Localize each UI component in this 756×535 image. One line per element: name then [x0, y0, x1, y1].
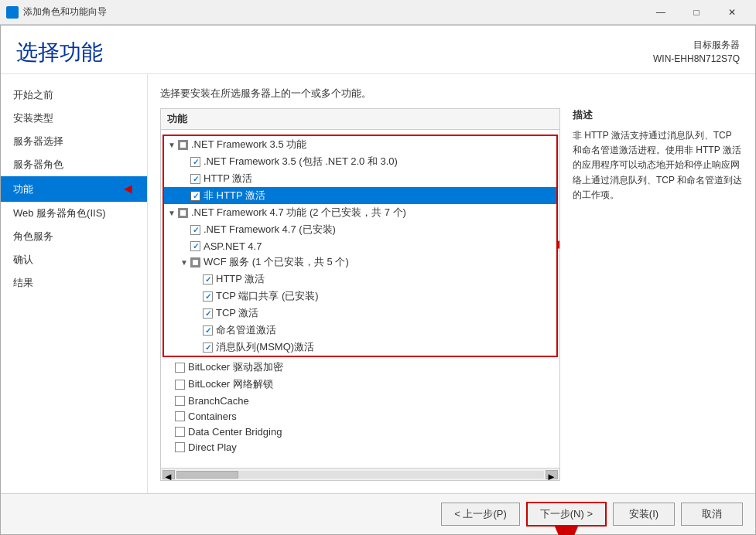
bitlocker-drive-checkbox[interactable]	[175, 363, 185, 373]
net35-group-item[interactable]: ▼ .NET Framework 3.5 功能	[164, 136, 556, 153]
feature-list[interactable]: ▼ .NET Framework 3.5 功能 .NET Framework 3…	[161, 130, 559, 468]
net47-item[interactable]: .NET Framework 4.7 (已安装)	[164, 221, 556, 238]
description-header: 描述	[573, 108, 743, 122]
wcf-group-item[interactable]: ▼ WCF 服务 (1 个已安装，共 5 个)	[164, 254, 556, 271]
red-arrow-right-indicator	[558, 233, 559, 259]
wcf-group-checkbox[interactable]	[190, 257, 200, 268]
wcf-http-label: HTTP 激活	[216, 272, 265, 286]
close-button[interactable]: ✕	[714, 0, 750, 25]
minimize-button[interactable]: —	[643, 0, 679, 25]
sidebar-item-web-server[interactable]: Web 服务器角色(IIS)	[1, 202, 147, 225]
net47-group-checkbox[interactable]	[178, 208, 188, 218]
titlebar-buttons: — □ ✕	[643, 0, 750, 25]
data-center-bridging-checkbox[interactable]	[175, 427, 185, 437]
header: 选择功能 目标服务器 WIN-EHH8N712S7Q	[1, 26, 755, 74]
wcf-msmq-label: 消息队列(MSMQ)激活	[216, 340, 314, 354]
aspnet47-checkbox[interactable]	[190, 241, 200, 251]
net35-group-label: .NET Framework 3.5 功能	[191, 138, 306, 152]
wcf-named-pipe-item[interactable]: 命名管道激活	[164, 322, 556, 339]
bitlocker-network-checkbox[interactable]	[175, 380, 185, 390]
containers-label: Containers	[188, 411, 237, 422]
sidebar-item-confirm[interactable]: 确认	[1, 248, 147, 271]
net47-group-label: .NET Framework 4.7 功能 (2 个已安装，共 7 个)	[191, 206, 406, 220]
net35-checkbox[interactable]	[190, 157, 200, 167]
next-button[interactable]: 下一步(N) >	[526, 502, 607, 526]
features-area: 功能 ▼ .NET Framework 3.5 功能	[160, 108, 743, 481]
http-activation-label: HTTP 激活	[204, 172, 252, 186]
page-title: 选择功能	[16, 38, 103, 67]
wcf-http-item[interactable]: HTTP 激活	[164, 271, 556, 288]
bitlocker-network-item[interactable]: BitLocker 网络解锁	[161, 376, 559, 393]
net47-label: .NET Framework 4.7 (已安装)	[204, 223, 336, 237]
data-center-bridging-item[interactable]: Data Center Bridging	[161, 424, 559, 439]
sidebar-item-role-services[interactable]: 角色服务	[1, 225, 147, 248]
sidebar-item-before-start[interactable]: 开始之前	[1, 83, 147, 107]
sidebar-item-server-select[interactable]: 服务器选择	[1, 130, 147, 153]
red-border-section: ▼ .NET Framework 3.5 功能 .NET Framework 3…	[162, 135, 558, 357]
non-http-activation-label: 非 HTTP 激活	[204, 189, 265, 203]
scroll-thumb[interactable]	[176, 471, 238, 479]
scroll-left-btn[interactable]: ◄	[162, 470, 175, 479]
next-button-arrow	[555, 526, 578, 535]
direct-play-checkbox[interactable]	[175, 442, 185, 452]
wcf-tcp-sharing-label: TCP 端口共享 (已安装)	[216, 289, 319, 303]
non-http-activation-item[interactable]: 非 HTTP 激活	[164, 187, 556, 204]
svg-marker-0	[558, 235, 559, 255]
containers-checkbox[interactable]	[175, 411, 185, 421]
scroll-track	[176, 471, 544, 479]
prev-button[interactable]: < 上一步(P)	[441, 503, 520, 526]
http-activation-item[interactable]: HTTP 激活	[164, 170, 556, 187]
aspnet47-item[interactable]: ASP.NET 4.7	[164, 238, 556, 254]
feature-list-header: 功能	[161, 109, 559, 130]
sidebar-item-install-type[interactable]: 安装类型	[1, 107, 147, 130]
svg-marker-1	[555, 526, 578, 535]
containers-item[interactable]: Containers	[161, 408, 559, 424]
description-panel: 描述 非 HTTP 激活支持通过消息队列、TCP 和命名管道激活进程。使用非 H…	[573, 108, 743, 481]
bitlocker-drive-label: BitLocker 驱动器加密	[188, 360, 283, 374]
titlebar: 添加角色和功能向导 — □ ✕	[0, 0, 756, 25]
footer: < 上一步(P) 下一步(N) > 安装(I) 取消	[1, 493, 755, 534]
wcf-collapse-icon: ▼	[180, 257, 189, 267]
bitlocker-drive-item[interactable]: BitLocker 驱动器加密	[161, 359, 559, 376]
aspnet47-label: ASP.NET 4.7	[204, 240, 262, 252]
server-label: 目标服务器	[653, 38, 740, 52]
horizontal-scrollbar[interactable]: ◄ ►	[161, 468, 559, 480]
scroll-right-btn[interactable]: ►	[546, 470, 558, 479]
bitlocker-network-label: BitLocker 网络解锁	[188, 377, 273, 391]
install-button[interactable]: 安装(I)	[613, 503, 675, 526]
wcf-msmq-checkbox[interactable]	[203, 342, 213, 353]
titlebar-title: 添加角色和功能向导	[23, 5, 643, 19]
instruction-text: 选择要安装在所选服务器上的一个或多个功能。	[160, 87, 743, 101]
net35-label: .NET Framework 3.5 (包括 .NET 2.0 和 3.0)	[204, 155, 398, 169]
wcf-tcp-sharing-checkbox[interactable]	[203, 291, 213, 302]
wizard-icon	[6, 6, 19, 19]
cancel-button[interactable]: 取消	[681, 503, 743, 526]
non-http-activation-checkbox[interactable]	[190, 191, 200, 201]
net47-collapse-icon: ▼	[167, 208, 176, 217]
sidebar-item-server-roles[interactable]: 服务器角色	[1, 153, 147, 176]
sidebar-item-features[interactable]: 功能 ◄	[1, 176, 147, 202]
wcf-http-checkbox[interactable]	[203, 274, 213, 285]
wcf-named-pipe-checkbox[interactable]	[203, 325, 213, 336]
wcf-tcp-label: TCP 激活	[216, 306, 258, 320]
wcf-tcp-checkbox[interactable]	[203, 308, 213, 319]
sidebar-arrow-icon: ◄	[121, 181, 135, 197]
sidebar-item-results[interactable]: 结果	[1, 271, 147, 295]
net47-group-item[interactable]: ▼ .NET Framework 4.7 功能 (2 个已安装，共 7 个)	[164, 204, 556, 221]
wcf-tcp-sharing-item[interactable]: TCP 端口共享 (已安装)	[164, 288, 556, 305]
wcf-msmq-item[interactable]: 消息队列(MSMQ)激活	[164, 339, 556, 356]
maximize-button[interactable]: □	[679, 0, 714, 25]
content-area: 开始之前 安装类型 服务器选择 服务器角色 功能 ◄ Web 服务器角色(IIS…	[1, 74, 755, 493]
wcf-tcp-item[interactable]: TCP 激活	[164, 305, 556, 322]
branchcache-item[interactable]: BranchCache	[161, 393, 559, 408]
net47-checkbox[interactable]	[190, 225, 200, 235]
net35-item[interactable]: .NET Framework 3.5 (包括 .NET 2.0 和 3.0)	[164, 153, 556, 170]
server-name: WIN-EHH8N712S7Q	[653, 52, 740, 66]
direct-play-item[interactable]: Direct Play	[161, 439, 559, 455]
collapse-icon: ▼	[167, 140, 176, 149]
branchcache-checkbox[interactable]	[175, 396, 185, 406]
net35-group-checkbox[interactable]	[178, 140, 188, 150]
http-activation-checkbox[interactable]	[190, 174, 200, 184]
server-info: 目标服务器 WIN-EHH8N712S7Q	[653, 38, 740, 66]
wcf-group-label: WCF 服务 (1 个已安装，共 5 个)	[204, 255, 349, 269]
